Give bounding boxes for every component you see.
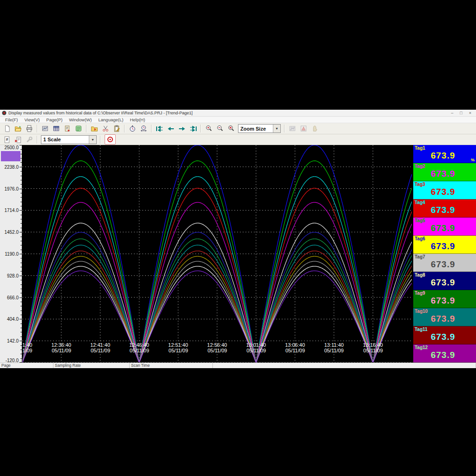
- y-tick-mark: [20, 254, 22, 254]
- y-tick-label: 1452.0: [4, 230, 19, 235]
- x-tick-label: 12:46:4005/11/09: [129, 342, 149, 353]
- x-tick-label: 13:11:4005/11/09: [324, 342, 344, 353]
- new-file-button[interactable]: [1, 124, 13, 134]
- statusbar-section-page: Page: [0, 363, 53, 368]
- menu-item-file[interactable]: File(F): [2, 117, 21, 122]
- menu-item-window[interactable]: Window(W): [66, 117, 95, 122]
- tag-row-tag1[interactable]: Tag1673.9%: [413, 145, 476, 163]
- goto-tag-button[interactable]: [13, 134, 24, 145]
- export-report-button[interactable]: [62, 124, 73, 134]
- tag-row-tag7[interactable]: Tag7673.9: [413, 254, 476, 272]
- stopwatch-button[interactable]: [127, 124, 138, 134]
- zoom-reset-button[interactable]: [225, 124, 237, 134]
- tag-row-tag9[interactable]: Tag9673.9: [413, 290, 476, 308]
- tag-row-tag8[interactable]: Tag8673.9: [413, 272, 476, 290]
- tag-name: Tag4: [415, 200, 425, 205]
- tag-name: Tag6: [415, 236, 425, 241]
- tag-row-tag6[interactable]: Tag6673.9: [413, 236, 476, 254]
- print-button[interactable]: [24, 124, 35, 134]
- table-view-button[interactable]: [51, 124, 62, 134]
- settings-button[interactable]: [24, 134, 35, 145]
- y-minor-tick-mark: [20, 193, 22, 193]
- x-tick-time: 13:16:40: [363, 342, 383, 348]
- stop-acquisition-button[interactable]: [105, 134, 116, 145]
- tag-name: Tag7: [415, 254, 425, 259]
- scale-combobox[interactable]: 1 Scale ▼: [41, 135, 97, 144]
- y-minor-tick-mark: [20, 171, 22, 172]
- close-button[interactable]: ×: [469, 110, 471, 116]
- y-tick-label: -120.0: [6, 358, 19, 363]
- zoom-size-combobox[interactable]: Zoom Size ▼: [238, 124, 281, 133]
- y-tick-label: 1190.0: [5, 251, 19, 257]
- x-tick-label: 12:41:4005/11/09: [90, 342, 110, 353]
- tag-row-tag12[interactable]: Tag12673.9: [413, 344, 476, 363]
- x-tick-time: 12:51:40: [168, 342, 188, 348]
- menu-item-view[interactable]: View(V): [21, 117, 43, 122]
- x-tick-time: 12:56:40: [207, 342, 227, 348]
- tag-row-tag2[interactable]: Tag2673.9: [413, 163, 476, 181]
- tag-legend-panel: Tag1673.9%Tag2673.9Tag3673.9Tag4673.9Tag…: [413, 145, 476, 363]
- record-stop-icon: [107, 136, 113, 143]
- y-minor-tick-mark: [20, 206, 22, 206]
- grid-settings-button[interactable]: [287, 124, 298, 134]
- hash-document-icon: #: [3, 136, 11, 143]
- import-data-button[interactable]: [89, 124, 100, 134]
- pan-button[interactable]: [309, 124, 320, 134]
- zoom-size-dropdown-arrow-icon[interactable]: ▼: [273, 125, 280, 132]
- tag-number-button[interactable]: #: [1, 134, 13, 145]
- y-minor-tick-mark: [20, 324, 22, 324]
- y-tick-mark: [20, 276, 22, 276]
- green-panel-icon: [75, 125, 82, 132]
- zoom-in-button[interactable]: [203, 124, 214, 134]
- double-arrow-right-icon: [189, 126, 197, 132]
- maximize-button[interactable]: □: [460, 110, 462, 116]
- chart-plot-area[interactable]: 12:31:4005/11/0912:36:4005/11/0912:41:40…: [22, 145, 412, 363]
- panel-view-button[interactable]: [73, 124, 84, 134]
- edit-clipboard-button[interactable]: [111, 124, 122, 134]
- menu-item-language[interactable]: Language(L): [95, 117, 127, 122]
- scale-value: 1 Scale: [41, 137, 89, 142]
- tag-unit: %: [471, 158, 475, 162]
- time-range-button[interactable]: [138, 124, 149, 134]
- menu-item-help[interactable]: Help(H): [126, 117, 148, 122]
- scroll-last-button[interactable]: [187, 124, 198, 134]
- y-minor-tick-mark: [20, 250, 22, 250]
- tag-row-tag3[interactable]: Tag3673.9: [413, 181, 476, 199]
- open-file-button[interactable]: [13, 124, 24, 134]
- y-minor-tick-mark: [20, 162, 22, 163]
- y-minor-tick-mark: [20, 245, 22, 245]
- y-minor-tick-mark: [20, 271, 22, 271]
- y-minor-tick-mark: [20, 358, 22, 359]
- scroll-right-button[interactable]: [176, 124, 187, 134]
- y-minor-tick-mark: [20, 354, 22, 354]
- y-minor-tick-mark: [20, 332, 22, 332]
- alarm-chart-button[interactable]: [298, 124, 309, 134]
- tag-row-tag4[interactable]: Tag4673.9: [413, 199, 476, 218]
- trend-grid-icon: [41, 125, 49, 132]
- scroll-first-button[interactable]: [154, 124, 165, 134]
- cut-button[interactable]: [100, 124, 111, 134]
- tag-row-tag5[interactable]: Tag5673.9: [413, 218, 476, 236]
- scale-dropdown-arrow-icon[interactable]: ▼: [89, 136, 96, 144]
- trend-view-button[interactable]: [40, 124, 51, 134]
- trend-curve-pen-red: [22, 188, 412, 363]
- y-minor-tick-mark: [20, 311, 22, 311]
- tag-name: Tag5: [415, 218, 425, 223]
- tag-row-tag10[interactable]: Tag10673.9: [413, 308, 476, 326]
- stopwatch-icon: [129, 125, 136, 132]
- y-axis: 2500.02238.01976.01714.01452.01190.0928.…: [0, 145, 22, 363]
- folder-import-icon: [91, 125, 98, 132]
- minimize-button[interactable]: –: [451, 110, 453, 116]
- y-tick-label: 2238.0: [4, 164, 19, 169]
- x-tick-date: 05/11/09: [363, 348, 383, 353]
- menu-item-page[interactable]: Page(P): [43, 117, 66, 122]
- x-tick-date: 05/11/09: [324, 348, 344, 353]
- title-bar[interactable]: Display measured values from historical …: [0, 110, 476, 117]
- tag-row-tag11[interactable]: Tag11673.9: [413, 326, 476, 344]
- scroll-left-button[interactable]: [165, 124, 176, 134]
- y-minor-tick-mark: [20, 202, 22, 202]
- table-icon: [53, 125, 60, 132]
- toolbar-separator: [284, 125, 285, 132]
- zoom-out-button[interactable]: [214, 124, 225, 134]
- y-minor-tick-mark: [20, 328, 22, 328]
